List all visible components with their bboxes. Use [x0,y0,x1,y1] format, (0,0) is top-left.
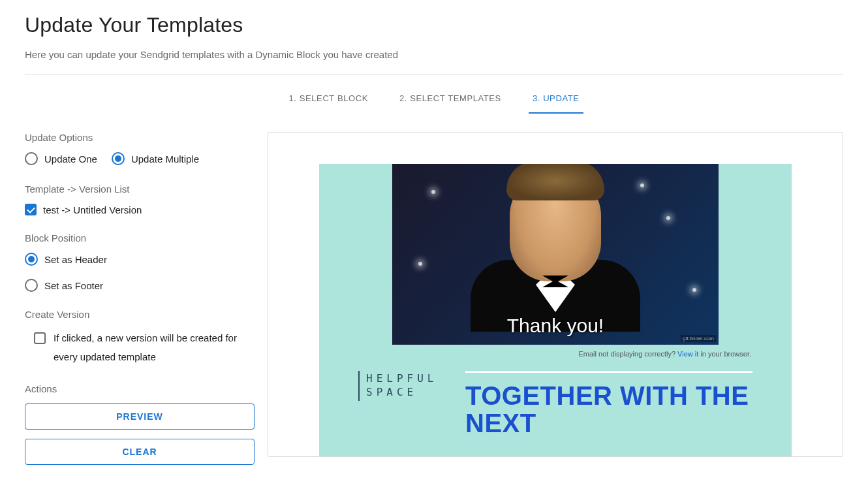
hero-image: Thank you! gif-finder.com [392,164,719,345]
checkbox-icon [34,332,46,344]
email-headline: TOGETHER WITH THE NEXT [465,382,752,437]
view-in-browser: Email not displaying correctly? View it … [319,345,792,371]
email-preview-panel[interactable]: Thank you! gif-finder.com Email not disp… [268,132,843,457]
radio-update-multiple[interactable]: Update Multiple [112,152,199,165]
options-panel: Update Options Update One Update Multipl… [25,132,255,489]
radio-icon [25,152,38,165]
version-list-label: Template -> Version List [25,183,255,195]
divider [25,74,843,75]
wizard-tabs: 1. SELECT BLOCK 2. SELECT TEMPLATES 3. U… [25,87,843,114]
email-logo: HELPFUL SPACE [358,371,450,401]
view-browser-pre: Email not displaying correctly? [578,350,677,358]
checkbox-label: test -> Untitled Version [43,204,142,215]
tab-select-block[interactable]: 1. SELECT BLOCK [285,87,371,114]
radio-icon [25,279,38,292]
radio-label: Update One [44,153,97,165]
hero-caption: Thank you! [392,315,719,337]
block-position-label: Block Position [25,232,255,244]
watermark: gif-finder.com [681,335,716,342]
page-subtitle: Here you can update your Sendgrid templa… [25,49,843,60]
checkbox-icon [25,204,37,215]
update-options-label: Update Options [25,132,255,143]
preview-button[interactable]: PREVIEW [25,403,255,430]
page-title: Update Your Templates [25,13,843,37]
radio-icon [25,253,38,266]
logo-line2: SPACE [366,386,450,400]
create-version-label: Create Version [25,309,255,320]
radio-update-one[interactable]: Update One [25,152,97,165]
actions-label: Actions [25,383,255,394]
radio-label: Set as Header [44,254,107,265]
logo-line1: HELPFUL [366,372,450,386]
tab-update[interactable]: 3. UPDATE [529,87,583,114]
radio-set-header[interactable]: Set as Header [25,253,255,266]
template-version-checkbox[interactable]: test -> Untitled Version [25,204,255,215]
view-browser-post: in your browser. [698,350,751,358]
view-browser-link[interactable]: View it [677,350,698,358]
radio-label: Set as Footer [44,280,103,291]
checkbox-label: If clicked, a new version will be create… [54,329,255,366]
clear-button[interactable]: CLEAR [25,439,255,465]
radio-set-footer[interactable]: Set as Footer [25,279,255,292]
tab-select-templates[interactable]: 2. SELECT TEMPLATES [395,87,505,114]
radio-icon [112,152,125,165]
radio-label: Update Multiple [131,153,199,165]
email-body: Thank you! gif-finder.com Email not disp… [319,164,792,457]
create-version-checkbox[interactable]: If clicked, a new version will be create… [25,329,255,366]
headline-rule [465,371,752,373]
